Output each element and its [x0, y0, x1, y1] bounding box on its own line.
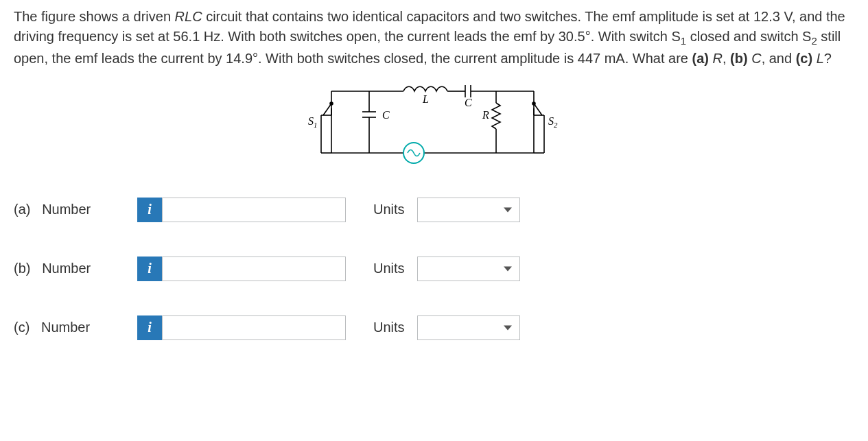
answer-row-a: (a) Number i Units — [14, 198, 854, 222]
svg-point-15 — [330, 102, 333, 105]
q-c-italic: C — [748, 51, 762, 66]
part-label-c: (c) Number — [14, 320, 137, 335]
units-label-a: Units — [373, 202, 405, 217]
units-label-b: Units — [373, 261, 405, 276]
q-b: (b) — [730, 51, 748, 66]
part-letter-a: (a) — [14, 202, 30, 217]
number-label-c: Number — [41, 320, 90, 335]
fig-s2-label: S2 — [548, 115, 558, 129]
q-c: (c) — [796, 51, 812, 66]
q-comma2: , and — [762, 51, 796, 66]
part-label-a: (a) Number — [14, 202, 137, 217]
number-input-c[interactable] — [162, 315, 346, 340]
fig-c-top: C — [465, 97, 472, 108]
q-comma1: , — [723, 51, 730, 66]
circuit-svg: S1 C L C R S2 — [297, 81, 572, 174]
units-select-wrap-a — [417, 198, 520, 222]
units-select-a[interactable] — [417, 198, 520, 222]
fig-s1-label: S1 — [308, 115, 318, 129]
number-input-b[interactable] — [162, 257, 346, 281]
number-input-a[interactable] — [162, 198, 346, 222]
units-select-c[interactable] — [417, 315, 520, 340]
circuit-figure: S1 C L C R S2 — [14, 81, 854, 177]
q-l: L — [812, 51, 824, 66]
q-qmark: ? — [824, 51, 832, 66]
info-icon-a[interactable]: i — [137, 198, 162, 222]
svg-point-27 — [532, 102, 535, 105]
answers-container: (a) Number i Units (b) Number i Units (c… — [14, 198, 854, 340]
fig-r: R — [482, 109, 489, 121]
q-part1: The figure shows a driven — [14, 9, 175, 24]
fig-c-left: C — [382, 109, 390, 121]
part-letter-b: (b) — [14, 261, 30, 276]
answer-row-b: (b) Number i Units — [14, 257, 854, 281]
question-text: The figure shows a driven RLC circuit th… — [14, 7, 854, 69]
info-icon-b[interactable]: i — [137, 257, 162, 281]
q-r: R — [709, 51, 723, 66]
q-rlc: RLC — [175, 9, 202, 24]
q-part3: closed and switch S — [686, 29, 811, 44]
units-select-wrap-c — [417, 315, 520, 340]
units-label-c: Units — [373, 320, 405, 335]
q-a: (a) — [692, 51, 709, 66]
number-label-b: Number — [42, 261, 91, 276]
number-label-a: Number — [42, 202, 91, 217]
svg-line-26 — [534, 104, 542, 115]
fig-l: L — [422, 93, 429, 105]
units-select-b[interactable] — [417, 257, 520, 281]
part-letter-c: (c) — [14, 320, 30, 335]
units-select-wrap-b — [417, 257, 520, 281]
part-label-b: (b) Number — [14, 261, 137, 276]
svg-line-14 — [323, 104, 331, 115]
answer-row-c: (c) Number i Units — [14, 315, 854, 340]
q-s2sub: 2 — [811, 35, 817, 47]
info-icon-c[interactable]: i — [137, 315, 162, 340]
q-s1sub: 1 — [681, 35, 686, 47]
